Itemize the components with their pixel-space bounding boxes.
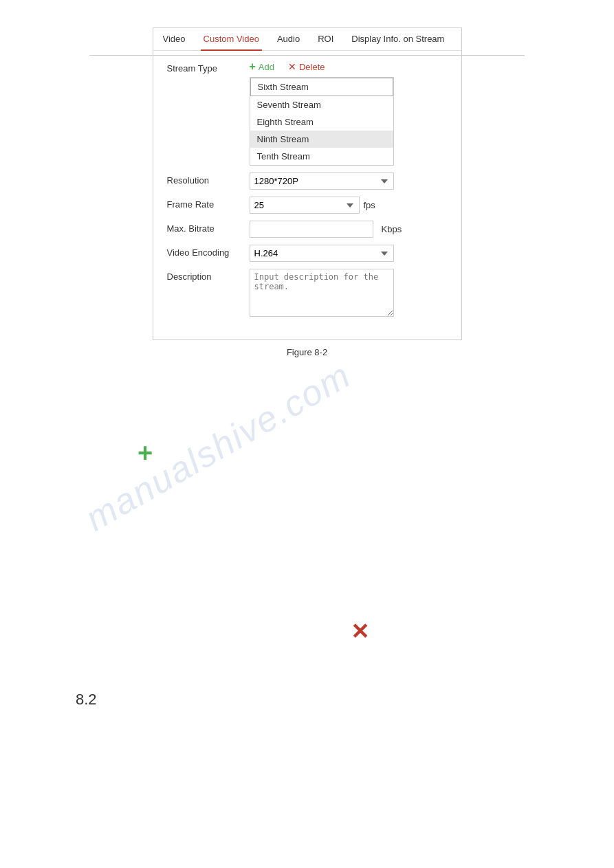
list-item[interactable]: Sixth Stream bbox=[250, 78, 393, 96]
video-encoding-row: Video Encoding H.264 bbox=[167, 245, 448, 262]
tab-video[interactable]: Video bbox=[160, 28, 188, 51]
tab-display-info[interactable]: Display Info. on Stream bbox=[349, 28, 447, 51]
add-button[interactable]: + Add bbox=[250, 60, 274, 73]
list-item[interactable]: Ninth Stream bbox=[250, 131, 393, 148]
video-encoding-control: H.264 bbox=[250, 245, 448, 262]
frame-rate-control: 25 fps bbox=[250, 197, 448, 214]
big-x-symbol: ✕ bbox=[351, 619, 369, 645]
section-number: 8.2 bbox=[76, 691, 97, 709]
big-plus-symbol: + bbox=[138, 438, 153, 468]
delete-button[interactable]: ✕ Delete bbox=[288, 61, 325, 72]
description-label: Description bbox=[167, 269, 250, 282]
video-encoding-select[interactable]: H.264 bbox=[250, 245, 394, 262]
stream-list: Sixth Stream Seventh Stream Eighth Strea… bbox=[250, 77, 394, 166]
description-textarea[interactable] bbox=[250, 269, 394, 317]
list-item[interactable]: Eighth Stream bbox=[250, 113, 393, 131]
frame-rate-row: Frame Rate 25 fps bbox=[167, 197, 448, 214]
resolution-label: Resolution bbox=[167, 173, 250, 186]
max-bitrate-input[interactable]: 2048 bbox=[250, 221, 373, 238]
watermark: manualshive.com bbox=[78, 354, 358, 539]
video-encoding-label: Video Encoding bbox=[167, 245, 250, 258]
x-icon: ✕ bbox=[288, 61, 296, 72]
tab-roi[interactable]: ROI bbox=[315, 28, 336, 51]
frame-rate-select[interactable]: 25 bbox=[250, 197, 360, 214]
fps-unit-label: fps bbox=[364, 200, 375, 210]
stream-type-row: Stream Type + Add ✕ Delete Sixth Strea bbox=[167, 60, 448, 166]
max-bitrate-label: Max. Bitrate bbox=[167, 221, 250, 234]
resolution-row: Resolution 1280*720P bbox=[167, 173, 448, 190]
kbps-unit-label: Kbps bbox=[382, 224, 402, 234]
tab-custom-video[interactable]: Custom Video bbox=[201, 28, 262, 51]
stream-type-actions: + Add ✕ Delete bbox=[250, 60, 448, 73]
delete-label: Delete bbox=[299, 62, 325, 72]
frame-rate-label: Frame Rate bbox=[167, 197, 250, 210]
panel-body: Stream Type + Add ✕ Delete Sixth Strea bbox=[153, 51, 461, 340]
description-row: Description bbox=[167, 269, 448, 319]
top-divider bbox=[89, 55, 525, 56]
tab-audio[interactable]: Audio bbox=[274, 28, 303, 51]
max-bitrate-row: Max. Bitrate 2048 Kbps bbox=[167, 221, 448, 238]
settings-panel: Video Custom Video Audio ROI Display Inf… bbox=[153, 27, 462, 340]
tab-bar: Video Custom Video Audio ROI Display Inf… bbox=[153, 28, 461, 51]
list-item[interactable]: Tenth Stream bbox=[250, 148, 393, 165]
resolution-select[interactable]: 1280*720P bbox=[250, 173, 394, 190]
stream-type-label: Stream Type bbox=[167, 60, 250, 74]
list-item[interactable]: Seventh Stream bbox=[250, 96, 393, 113]
add-label: Add bbox=[259, 62, 274, 72]
stream-type-control: + Add ✕ Delete Sixth Stream Seventh Stre… bbox=[250, 60, 448, 166]
description-control bbox=[250, 269, 448, 319]
max-bitrate-control: 2048 Kbps bbox=[250, 221, 448, 238]
resolution-control: 1280*720P bbox=[250, 173, 448, 190]
figure-caption: Figure 8-2 bbox=[287, 347, 327, 357]
plus-icon: + bbox=[250, 60, 256, 73]
